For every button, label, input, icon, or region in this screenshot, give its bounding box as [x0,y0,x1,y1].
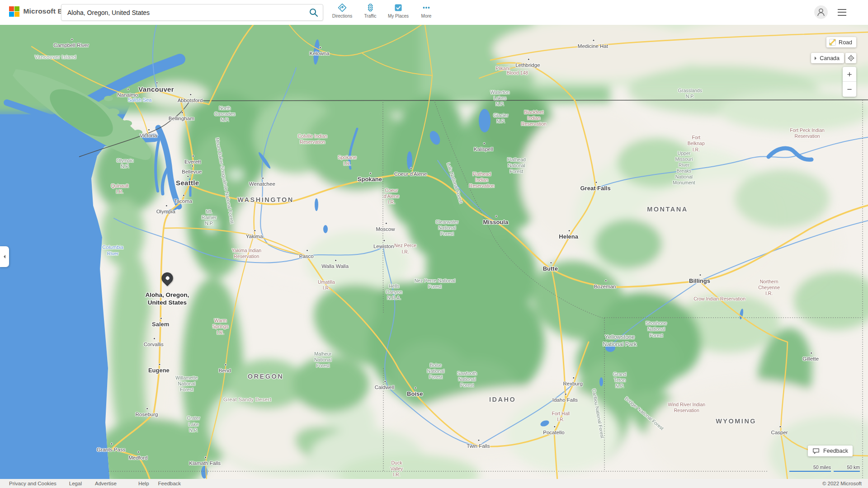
map-label: Kalispell [474,146,493,152]
map-label: Helena [559,233,578,240]
map-label: OREGON [248,372,283,380]
pin-label: Aloha, Oregon, United States [146,291,189,307]
map-label: Walla Walla [321,263,349,269]
footer-link-privacy[interactable]: Privacy and Cookies [9,481,57,486]
map-label: Everett [184,158,201,164]
mini-map-icon [829,39,836,46]
footer-link-feedback[interactable]: Feedback [158,481,181,486]
map-label: Yakima Indian Reservation [231,247,261,259]
scale-km-bar [834,471,860,472]
map-label: Shoshone National Forest [646,321,667,338]
map-label: Vancouver [138,85,174,94]
traffic-button[interactable]: Traffic [359,3,381,19]
map-canvas[interactable]: Campbell RiverVancouver IslandVancouverN… [0,25,868,479]
map-label: Fort Belknap I.R. [688,135,705,153]
speech-bubble-icon [812,447,820,455]
map-label: Rexburg [563,380,582,387]
map-label: Abbotsford [178,97,203,103]
map-label: Klamath Falls [189,460,221,466]
map-label: Yellowstone National Park [603,334,637,348]
map-label: Wenatchee [249,181,275,187]
region-controls: Canada [811,53,856,63]
scale-miles-label: 50 miles [813,465,831,470]
pin-head-icon [159,270,175,286]
map-label: Billings [689,277,710,285]
map-label: Sawtooth National Forest [457,371,477,388]
map-label: Blackfeet Indian Reservation [521,109,547,127]
map-toolbar: Directions Traffic My Places [331,3,437,19]
map-label: Grants Pass [97,446,125,452]
map-style-button[interactable]: Road [826,37,856,47]
map-label: Wind River Indian Reservation [668,402,705,413]
map-label: Hells Canyon N.R.A. [386,283,402,301]
map-label: Spokane I.R. [338,155,356,166]
locate-button[interactable] [845,53,856,63]
more-label: More [421,14,432,19]
feedback-label: Feedback [823,448,848,454]
map-label: Mt. Rainier N.P. [202,209,217,226]
map-label: Flathead Indian Reservation [469,171,495,189]
map-label: Roseburg [136,411,158,418]
traffic-icon [365,3,375,13]
map-style-label: Road [839,39,852,46]
region-button[interactable]: Canada [811,53,844,63]
map-label: Bozeman [594,283,616,290]
account-avatar-button[interactable] [814,5,828,19]
map-feedback-button[interactable]: Feedback [808,446,853,456]
map-label: Columbia River [102,245,123,258]
zoom-out-button[interactable]: − [843,82,856,97]
header-right-icons [814,5,848,19]
map-pin[interactable] [161,272,173,284]
map-label: Grasslands N.P. [678,88,702,99]
map-label: Seattle [176,178,199,187]
map-label: Umatilla I.R. [318,279,335,291]
scale-km-label: 50 km [847,465,860,470]
map-label: Bellevue [182,168,202,174]
map-label: Great Sandy Desert [223,397,271,403]
map-label: Eugene [148,367,170,374]
directions-label: Directions [332,14,352,19]
search-input[interactable] [61,9,305,16]
map-label: Caribou National Forest [591,389,605,439]
sidebar-collapse-tab[interactable] [0,246,9,267]
search-box [61,4,323,21]
map-label: Campbell River [53,42,89,48]
map-label: Salem [152,321,169,328]
my-places-button[interactable]: My Places [387,3,409,19]
more-button[interactable]: More [415,3,437,19]
footer-link-help[interactable]: Help [138,481,149,486]
map-label: Pocatello [543,429,564,436]
footer-link-legal[interactable]: Legal [69,481,82,486]
ellipsis-icon [421,3,431,13]
map-label: Coeur d'Alene I.R. [384,188,400,205]
map-label: Bridger National Forest [623,396,665,432]
map-label: Lethbridge [515,62,540,68]
top-bar: Microsoft Bing Directions [0,0,868,25]
map-label: Spokane [358,176,382,183]
map-label: Kelowna [309,50,329,56]
hamburger-menu-button[interactable] [836,7,848,18]
microsoft-logo-icon [9,6,19,17]
map-label: Upper Missouri River Breaks National Mon… [673,150,695,186]
my-places-label: My Places [388,14,409,19]
map-label: Malheur National Forest [314,351,332,369]
map-label: Caldwell [375,384,394,390]
map-label: Vancouver Island [35,54,76,61]
directions-icon [337,3,347,13]
copyright-text: © 2022 Microsoft [822,481,862,486]
map-label: Bend [219,367,231,374]
map-label: Coeur d'Alene [394,170,427,177]
zoom-in-button[interactable]: + [843,67,856,82]
map-label: Medicine Hat [578,43,608,49]
search-button[interactable] [305,5,323,20]
map-label: Nez Perce National Forest [415,278,455,290]
map-label: Twin Falls [467,442,490,449]
map-label: Moscow [376,226,395,232]
map-label: Glacier N.P. [493,113,508,124]
map-label: Northern Cheyenne I.R. [758,279,780,296]
map-label: Great Falls [580,185,611,192]
directions-button[interactable]: Directions [331,3,353,19]
footer-link-advertise[interactable]: Advertise [95,481,117,486]
map-label: Salish Sea [128,97,152,103]
map-label: Casper [771,429,788,436]
